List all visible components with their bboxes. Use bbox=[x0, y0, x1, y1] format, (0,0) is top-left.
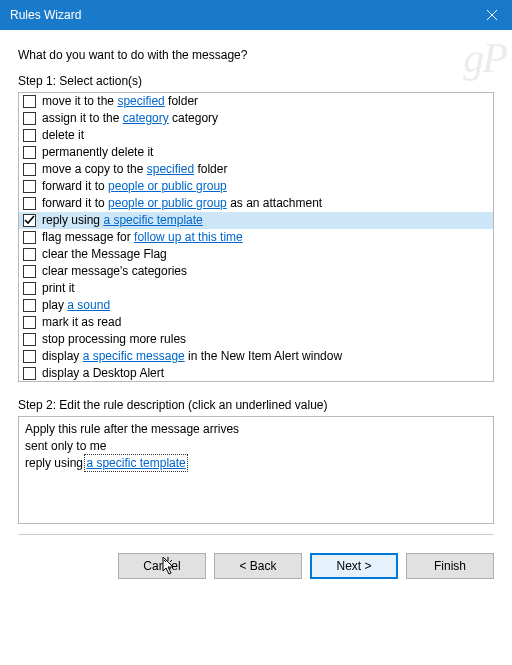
action-label: move it to the specified folder bbox=[42, 93, 198, 110]
separator bbox=[18, 534, 494, 535]
window-title: Rules Wizard bbox=[10, 8, 472, 22]
next-button[interactable]: Next > bbox=[310, 553, 398, 579]
action-label: flag message for follow up at this time bbox=[42, 229, 243, 246]
action-checkbox[interactable] bbox=[23, 197, 36, 210]
action-checkbox[interactable] bbox=[23, 146, 36, 159]
action-label: display a specific message in the New It… bbox=[42, 348, 342, 365]
action-label: display a Desktop Alert bbox=[42, 365, 164, 382]
title-bar: Rules Wizard bbox=[0, 0, 512, 30]
action-label: move a copy to the specified folder bbox=[42, 161, 227, 178]
action-link[interactable]: people or public group bbox=[108, 179, 227, 193]
action-row[interactable]: display a Desktop Alert bbox=[19, 365, 493, 382]
action-row[interactable]: print it bbox=[19, 280, 493, 297]
action-checkbox[interactable] bbox=[23, 282, 36, 295]
action-checkbox[interactable] bbox=[23, 95, 36, 108]
action-checkbox[interactable] bbox=[23, 333, 36, 346]
action-row[interactable]: forward it to people or public group bbox=[19, 178, 493, 195]
action-link[interactable]: follow up at this time bbox=[134, 230, 243, 244]
description-line: reply using a specific template bbox=[25, 455, 487, 472]
actions-listbox[interactable]: move it to the specified folderassign it… bbox=[18, 92, 494, 382]
action-label: stop processing more rules bbox=[42, 331, 186, 348]
action-checkbox[interactable] bbox=[23, 367, 36, 380]
action-row[interactable]: delete it bbox=[19, 127, 493, 144]
action-checkbox[interactable] bbox=[23, 265, 36, 278]
action-checkbox[interactable] bbox=[23, 129, 36, 142]
action-label: forward it to people or public group as … bbox=[42, 195, 322, 212]
description-line: Apply this rule after the message arrive… bbox=[25, 421, 487, 438]
action-label: clear the Message Flag bbox=[42, 246, 167, 263]
close-button[interactable] bbox=[472, 0, 512, 30]
action-label: play a sound bbox=[42, 297, 110, 314]
wizard-prompt: What do you want to do with the message? bbox=[18, 48, 494, 62]
action-label: mark it as read bbox=[42, 314, 121, 331]
action-row[interactable]: permanently delete it bbox=[19, 144, 493, 161]
action-row[interactable]: forward it to people or public group as … bbox=[19, 195, 493, 212]
cancel-button[interactable]: Cancel bbox=[118, 553, 206, 579]
action-label: reply using a specific template bbox=[42, 212, 203, 229]
action-label: assign it to the category category bbox=[42, 110, 218, 127]
button-row: Cancel < Back Next > Finish bbox=[0, 553, 512, 591]
action-checkbox[interactable] bbox=[23, 112, 36, 125]
action-checkbox[interactable] bbox=[23, 316, 36, 329]
action-row[interactable]: mark it as read bbox=[19, 314, 493, 331]
action-row[interactable]: move it to the specified folder bbox=[19, 93, 493, 110]
action-link[interactable]: specified bbox=[117, 94, 164, 108]
close-icon bbox=[487, 10, 497, 20]
action-row[interactable]: move a copy to the specified folder bbox=[19, 161, 493, 178]
action-checkbox[interactable] bbox=[23, 163, 36, 176]
action-label: clear message's categories bbox=[42, 263, 187, 280]
rule-description-box[interactable]: Apply this rule after the message arrive… bbox=[18, 416, 494, 524]
action-label: delete it bbox=[42, 127, 84, 144]
description-link[interactable]: a specific template bbox=[86, 456, 185, 470]
action-row[interactable]: flag message for follow up at this time bbox=[19, 229, 493, 246]
action-link[interactable]: a specific template bbox=[103, 213, 202, 227]
action-checkbox[interactable] bbox=[23, 231, 36, 244]
action-checkbox[interactable] bbox=[23, 350, 36, 363]
action-checkbox[interactable] bbox=[23, 299, 36, 312]
action-link[interactable]: a specific message bbox=[83, 349, 185, 363]
action-row[interactable]: display a specific message in the New It… bbox=[19, 348, 493, 365]
action-row[interactable]: assign it to the category category bbox=[19, 110, 493, 127]
action-checkbox[interactable] bbox=[23, 214, 36, 227]
action-row[interactable]: stop processing more rules bbox=[19, 331, 493, 348]
back-button[interactable]: < Back bbox=[214, 553, 302, 579]
action-link[interactable]: category bbox=[123, 111, 169, 125]
action-checkbox[interactable] bbox=[23, 248, 36, 261]
action-link[interactable]: people or public group bbox=[108, 196, 227, 210]
action-row[interactable]: reply using a specific template bbox=[19, 212, 493, 229]
step1-label: Step 1: Select action(s) bbox=[18, 74, 494, 88]
description-line: sent only to me bbox=[25, 438, 487, 455]
finish-button[interactable]: Finish bbox=[406, 553, 494, 579]
action-row[interactable]: clear the Message Flag bbox=[19, 246, 493, 263]
step2-label: Step 2: Edit the rule description (click… bbox=[18, 398, 494, 412]
action-checkbox[interactable] bbox=[23, 180, 36, 193]
action-row[interactable]: clear message's categories bbox=[19, 263, 493, 280]
action-label: forward it to people or public group bbox=[42, 178, 227, 195]
action-link[interactable]: a sound bbox=[67, 298, 110, 312]
action-label: print it bbox=[42, 280, 75, 297]
action-link[interactable]: specified bbox=[147, 162, 194, 176]
action-row[interactable]: play a sound bbox=[19, 297, 493, 314]
action-label: permanently delete it bbox=[42, 144, 153, 161]
